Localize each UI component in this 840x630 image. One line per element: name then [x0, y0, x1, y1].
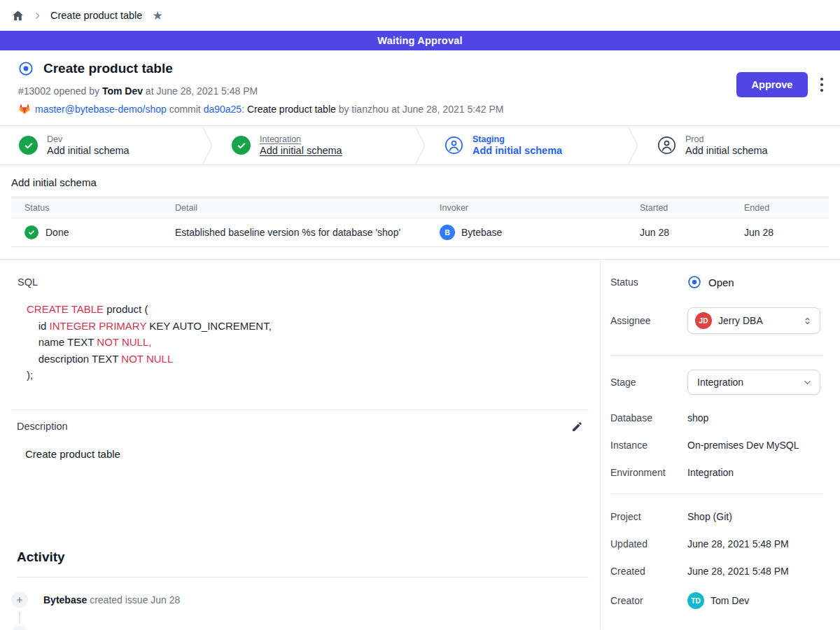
- updated-value: June 28, 2021 5:48 PM: [687, 538, 823, 550]
- approve-button[interactable]: Approve: [736, 72, 808, 97]
- sql-code-block: CREATE TABLE product ( id INTEGER PRIMAR…: [27, 301, 589, 384]
- stage-task-label: Add initial schema: [47, 145, 130, 156]
- edit-description-icon[interactable]: [571, 421, 583, 433]
- stage-task-label: Add initial schema: [260, 145, 342, 156]
- stage-separator: [414, 126, 426, 164]
- favorite-star-icon[interactable]: ★: [152, 10, 162, 22]
- table-row[interactable]: Done Established baseline version %s for…: [11, 218, 829, 247]
- updated-label: Updated: [610, 538, 687, 550]
- issue-author: Tom Dev: [102, 85, 143, 97]
- activity-entry: Bytebase created issue Jun 28: [11, 592, 589, 608]
- plus-icon: [11, 592, 28, 608]
- column-ended: Ended: [744, 203, 829, 213]
- instance-value: On-premises Dev MySQL: [687, 440, 823, 451]
- chevron-down-icon: [802, 377, 813, 388]
- issue-header: Create product table #13002 opened by To…: [0, 50, 840, 125]
- activity-action: created issue: [87, 594, 150, 606]
- task-done-check-icon: [24, 225, 38, 239]
- issue-meta-prefix: #13002 opened by: [18, 85, 102, 97]
- task-started-date: Jun 28: [640, 227, 744, 238]
- stage-env-label: Staging: [472, 134, 562, 144]
- page-title: Create product table: [43, 61, 173, 76]
- task-table-header: Status Detail Invoker Started Ended: [11, 197, 829, 218]
- database-label: Database: [610, 412, 687, 424]
- stage-task-label: Add initial schema: [472, 145, 562, 156]
- divider: [610, 493, 823, 494]
- stage-separator: [202, 126, 213, 164]
- git-branch-link[interactable]: master@bytebase-demo/shop: [35, 104, 167, 115]
- chevron-right-icon: [33, 11, 42, 20]
- stage-label: Stage: [610, 377, 687, 388]
- stage-env-label: Prod: [685, 134, 768, 144]
- git-commit-message: Create product table: [247, 104, 336, 115]
- activity-time: Jun 28: [150, 594, 180, 606]
- home-icon[interactable]: [11, 9, 24, 22]
- assignee-select[interactable]: JD Jerry DBA: [687, 307, 820, 334]
- assignee-value: Jerry DBA: [718, 315, 763, 326]
- issue-meta: #13002 opened by Tom Dev at June 28, 202…: [18, 85, 823, 97]
- issue-open-icon: [18, 61, 34, 76]
- column-detail: Detail: [175, 203, 440, 213]
- creator-avatar: TD: [687, 592, 704, 609]
- task-detail-text: Established baseline version %s for data…: [175, 227, 440, 238]
- divider: [11, 410, 589, 410]
- project-value: Shop (Git): [687, 511, 823, 522]
- task-invoker-name: Bytebase: [461, 227, 502, 238]
- activity-timeline: Bytebase created issue Jun 28: [11, 592, 589, 608]
- task-ended-date: Jun 28: [744, 227, 829, 238]
- status-value: Open: [708, 276, 734, 288]
- environment-value: Integration: [687, 467, 823, 478]
- created-value: June 28, 2021 5:48 PM: [687, 566, 823, 577]
- pipeline-stage-dev[interactable]: Dev Add initial schema: [0, 126, 202, 164]
- stage-task-label: Add initial schema: [685, 145, 768, 156]
- project-label: Project: [610, 511, 687, 522]
- stage-done-check-icon: [232, 136, 251, 155]
- sql-label: SQL: [18, 276, 589, 288]
- stage-done-check-icon: [19, 136, 38, 155]
- pipeline-stage-staging[interactable]: Staging Add initial schema: [426, 126, 627, 164]
- git-commit-row: master@bytebase-demo/shop commit da90a25…: [18, 103, 823, 115]
- stage-value: Integration: [697, 377, 743, 388]
- stage-env-label: Dev: [47, 134, 130, 144]
- git-commit-text: master@bytebase-demo/shop commit da90a25…: [35, 104, 504, 115]
- description-label: Description: [17, 421, 68, 432]
- stage-env-label: Integration: [260, 134, 342, 144]
- git-commit-hash-link[interactable]: da90a25: [204, 104, 242, 115]
- pipeline-stage-integration[interactable]: Integration Add initial schema: [213, 126, 414, 164]
- activity-heading: Activity: [17, 550, 589, 565]
- timeline-next-node: [11, 626, 28, 630]
- assignee-avatar: JD: [695, 312, 712, 329]
- pipeline-stage-prod[interactable]: Prod Add initial schema: [638, 126, 840, 164]
- assignee-label: Assignee: [610, 315, 687, 326]
- issue-meta-time: at June 28, 2021 5:48 PM: [143, 85, 258, 97]
- column-started: Started: [640, 203, 744, 213]
- gitlab-icon: [18, 103, 31, 115]
- status-label: Status: [610, 276, 687, 288]
- pipeline-stage-bar: Dev Add initial schema Integration Add i…: [0, 125, 840, 165]
- issue-detail-panel: SQL CREATE TABLE product ( id INTEGER PR…: [0, 260, 601, 629]
- breadcrumb: Create product table ★: [0, 0, 840, 31]
- bytebase-avatar: B: [440, 225, 455, 240]
- instance-label: Instance: [610, 440, 687, 451]
- created-label: Created: [610, 566, 687, 577]
- status-open-icon: [687, 275, 701, 289]
- description-text: Create product table: [25, 448, 589, 460]
- stage-select[interactable]: Integration: [687, 370, 820, 395]
- task-table: Status Detail Invoker Started Ended Done…: [11, 197, 829, 247]
- creator-value: Tom Dev: [710, 595, 749, 606]
- stage-separator: [627, 126, 638, 164]
- task-section: Add initial schema Status Detail Invoker…: [0, 165, 840, 259]
- column-status: Status: [24, 203, 175, 213]
- breadcrumb-current[interactable]: Create product table: [50, 10, 142, 21]
- creator-label: Creator: [610, 595, 687, 606]
- stage-pending-approval-icon: [444, 136, 463, 155]
- task-section-title: Add initial schema: [11, 176, 829, 188]
- status-banner: Waiting Approval: [0, 31, 840, 50]
- more-options-icon[interactable]: [819, 75, 825, 94]
- stage-pending-icon: [657, 136, 676, 155]
- divider: [610, 355, 823, 356]
- up-down-chevron-icon: [802, 316, 813, 326]
- environment-label: Environment: [610, 467, 687, 478]
- column-invoker: Invoker: [440, 203, 640, 213]
- activity-actor: Bytebase: [43, 594, 87, 606]
